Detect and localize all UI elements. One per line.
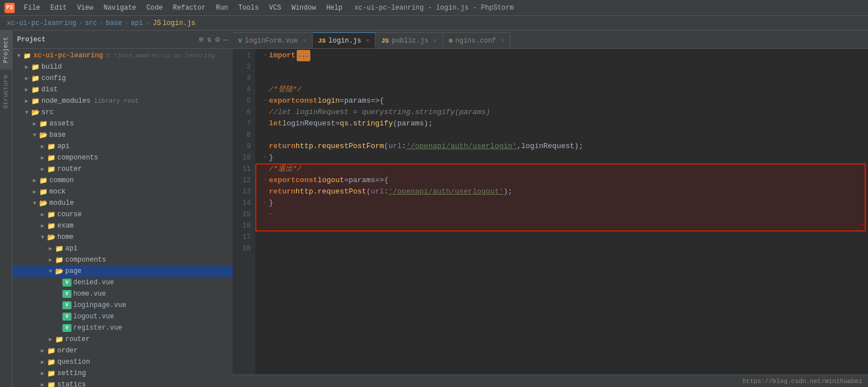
tab-close[interactable]: × bbox=[501, 37, 505, 44]
menu-view[interactable]: View bbox=[73, 3, 98, 13]
settings-icon[interactable]: ⚙ bbox=[215, 35, 220, 44]
code-editor[interactable]: 123456789101112131415161718 −import ... … bbox=[233, 49, 868, 375]
code-line-6[interactable]: //let loginRequest = querystring.stringi… bbox=[261, 107, 868, 118]
sidebar-icons[interactable]: ⊕ ⇅ ⚙ — bbox=[199, 35, 228, 44]
code-line-16[interactable]: ● bbox=[261, 220, 868, 232]
tree-arrow: ▼ bbox=[39, 234, 47, 241]
tree-item-dist[interactable]: ▶ 📁 dist bbox=[12, 84, 233, 95]
tree-item-assets[interactable]: ▶ 📁 assets bbox=[12, 118, 233, 129]
code-line-7[interactable]: let loginRequest = qs.stringify(params); bbox=[261, 118, 868, 129]
code-line-13[interactable]: return http.requestPost( url: '/openapi/… bbox=[261, 186, 868, 197]
tree-item-register[interactable]: V register.vue bbox=[12, 322, 233, 334]
code-line-9[interactable]: return http.requestPostForm( url: '/open… bbox=[261, 141, 868, 152]
fold-btn[interactable]: − bbox=[261, 152, 269, 163]
code-line-10[interactable]: −} bbox=[261, 152, 868, 163]
tree-root[interactable]: ▼ 📁 xc-ui-pc-leanring E:\java_www\xc-ui-… bbox=[12, 50, 233, 61]
vertical-tabs[interactable]: Project Structure bbox=[0, 31, 12, 387]
tab-loginForm[interactable]: VloginForm.vue× bbox=[233, 32, 313, 48]
tree-item-config[interactable]: ▶ 📁 config bbox=[12, 73, 233, 84]
code-line-5[interactable]: −export const login = params => { bbox=[261, 95, 868, 107]
breadcrumb-project[interactable]: xc-ui-pc-leanring bbox=[7, 19, 76, 27]
tree-item-module[interactable]: ▼ 📂 module bbox=[12, 197, 233, 209]
menu-window[interactable]: Window bbox=[287, 3, 321, 13]
breadcrumb-src[interactable]: src bbox=[85, 19, 98, 27]
tree-item-exam[interactable]: ▶ 📁 exam bbox=[12, 220, 233, 232]
tree-item-loginpage[interactable]: V loginpage.vue bbox=[12, 300, 233, 311]
menu-vcs[interactable]: VCS bbox=[264, 3, 286, 13]
tree-item-home_components[interactable]: ▶ 📁 components bbox=[12, 254, 233, 266]
tree-item-components[interactable]: ▶ 📁 components bbox=[12, 152, 233, 163]
tree-item-router[interactable]: ▶ 📁 router bbox=[12, 163, 233, 175]
vtab-structure[interactable]: Structure bbox=[0, 69, 12, 114]
fold-btn[interactable]: − bbox=[261, 95, 269, 107]
tree-item-node_modules[interactable]: ▶ 📁 node_modules library root bbox=[12, 95, 233, 107]
code-line-17[interactable] bbox=[261, 232, 868, 243]
menu-edit[interactable]: Edit bbox=[46, 3, 71, 13]
tree-item-order[interactable]: ▶ 📁 order bbox=[12, 345, 233, 356]
tree-item-logout[interactable]: V logout.vue bbox=[12, 311, 233, 322]
menu-bar[interactable]: FileEditViewNavigateCodeRefactorRunTools… bbox=[19, 3, 347, 13]
menu-navigate[interactable]: Navigate bbox=[99, 3, 141, 13]
tree-item-api[interactable]: ▶ 📁 api bbox=[12, 141, 233, 152]
tree-item-common[interactable]: ▶ 📁 common bbox=[12, 175, 233, 186]
tab-publicjs[interactable]: JSpublic.js× bbox=[376, 32, 443, 48]
menu-run[interactable]: Run bbox=[211, 3, 233, 13]
tree-label: node_modules bbox=[41, 97, 90, 105]
tree-item-base[interactable]: ▼ 📂 base bbox=[12, 129, 233, 141]
code-line-12[interactable]: −export const logout = params => { bbox=[261, 175, 868, 186]
code-line-11[interactable]: /*退出*/ bbox=[261, 163, 868, 175]
fold-btn[interactable]: − bbox=[261, 175, 269, 186]
code-line-18[interactable] bbox=[261, 243, 868, 254]
code-line-8[interactable] bbox=[261, 129, 868, 141]
collapse-icon[interactable]: ⇅ bbox=[207, 35, 212, 44]
tree-item-home_api[interactable]: ▶ 📁 api bbox=[12, 243, 233, 254]
tree-item-denied[interactable]: V denied.vue bbox=[12, 277, 233, 288]
code-line-1[interactable]: −import ... bbox=[261, 50, 868, 61]
sidebar-title: Project bbox=[17, 36, 45, 44]
tab-login[interactable]: JSlogin.js× bbox=[313, 32, 376, 48]
menu-code[interactable]: Code bbox=[142, 3, 167, 13]
keyword: return bbox=[269, 141, 296, 152]
comment: //let loginRequest = querystring.stringi… bbox=[269, 107, 490, 118]
tree-item-home_vue[interactable]: V home.vue bbox=[12, 288, 233, 300]
hide-icon[interactable]: — bbox=[224, 35, 228, 44]
breadcrumb-api[interactable]: api bbox=[130, 19, 143, 27]
tabs-bar[interactable]: VloginForm.vue×JSlogin.js×JSpublic.js×⚙n… bbox=[233, 31, 868, 49]
fold-btn[interactable]: − bbox=[261, 50, 269, 61]
tree-item-statics[interactable]: ▶ 📁 statics bbox=[12, 379, 233, 387]
code-line-3[interactable] bbox=[261, 73, 868, 84]
code-line-4[interactable]: /*登陆*/ bbox=[261, 84, 868, 95]
tab-close[interactable]: × bbox=[433, 37, 437, 44]
tree-item-mock[interactable]: ▶ 📁 mock bbox=[12, 186, 233, 197]
menu-refactor[interactable]: Refactor bbox=[168, 3, 210, 13]
code-content[interactable]: −import ... /*登陆*/−export const login = … bbox=[255, 49, 868, 375]
project-tree[interactable]: ▼ 📁 xc-ui-pc-leanring E:\java_www\xc-ui-… bbox=[12, 49, 233, 387]
folder-icon: 📂 bbox=[31, 108, 40, 116]
code-line-14[interactable]: −} bbox=[261, 197, 868, 209]
tree-item-course[interactable]: ▶ 📁 course bbox=[12, 209, 233, 220]
menu-help[interactable]: Help bbox=[322, 3, 347, 13]
fold-placeholder bbox=[261, 209, 269, 220]
tree-item-home[interactable]: ▼ 📂 home bbox=[12, 232, 233, 243]
code-line-15[interactable]: ~ bbox=[261, 209, 868, 220]
line-number-11: 11 bbox=[233, 163, 251, 175]
tree-item-src[interactable]: ▼ 📂 src bbox=[12, 107, 233, 118]
add-icon[interactable]: ⊕ bbox=[199, 35, 203, 44]
tree-item-page[interactable]: ▼ 📂 page bbox=[12, 266, 233, 277]
tree-item-home_router[interactable]: ▶ 📁 router bbox=[12, 334, 233, 345]
menu-file[interactable]: File bbox=[19, 3, 45, 13]
tree-item-setting[interactable]: ▶ 📁 setting bbox=[12, 368, 233, 379]
tab-close[interactable]: × bbox=[366, 37, 370, 44]
tree-item-question[interactable]: ▶ 📁 question bbox=[12, 356, 233, 368]
fold-btn[interactable]: − bbox=[261, 197, 269, 209]
breadcrumb-base[interactable]: base bbox=[106, 19, 122, 27]
fold-placeholder bbox=[261, 141, 269, 152]
tree-item-build[interactable]: ▶ 📁 build bbox=[12, 61, 233, 73]
tab-close[interactable]: × bbox=[302, 37, 306, 44]
tab-nginx[interactable]: ⚙nginx.conf× bbox=[443, 32, 511, 48]
tree-label: mock bbox=[49, 188, 66, 196]
menu-tools[interactable]: Tools bbox=[234, 3, 263, 13]
line-number-1: 1 bbox=[233, 50, 251, 61]
code-line-2[interactable] bbox=[261, 61, 868, 73]
vtab-project[interactable]: Project bbox=[0, 31, 12, 69]
